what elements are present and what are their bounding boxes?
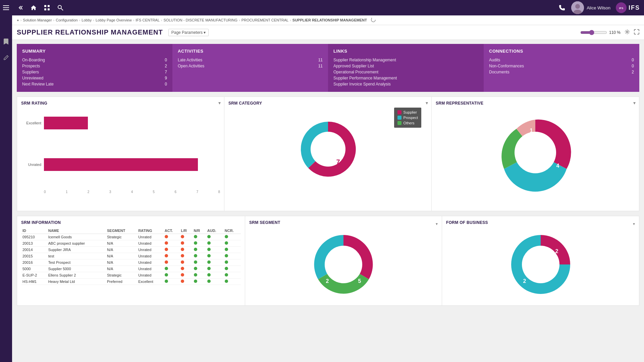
breadcrumb-lobby-overview[interactable]: Lobby Page Overview [96, 18, 132, 22]
nav-phone-icon[interactable] [558, 4, 566, 12]
srm-segment-donut: 2 5 2 [249, 228, 438, 301]
srm-category-expand[interactable]: ▾ [426, 100, 428, 106]
status-dot [181, 254, 184, 257]
connections-audits[interactable]: Audits 0 [489, 57, 634, 63]
breadcrumb-solution[interactable]: SOLUTION - DISCRETE MANUFACTURING [163, 18, 237, 22]
summary-onboarding[interactable]: On-Boarding 0 [22, 57, 167, 63]
activities-late[interactable]: Late Activities 11 [178, 57, 323, 63]
svg-rect-2 [3, 9, 9, 10]
donut-hole [311, 132, 345, 167]
table-row[interactable]: E-SUP-2Ellens Supplier 2StrategicUnrated [21, 272, 241, 279]
cards-row: SUMMARY On-Boarding 0 Prospects 2 Suppli… [17, 44, 639, 92]
summary-next-review[interactable]: Next Review Late 0 [22, 81, 167, 87]
seg-label-2-blue: 2 [342, 246, 345, 251]
seg-label-2-green: 2 [326, 278, 329, 284]
rep-label-1-pink: 1 [548, 141, 551, 147]
bar-chart: Excellent Unrated [21, 109, 220, 179]
nav-home-icon[interactable] [30, 4, 38, 12]
srm-category-panel: SRM CATEGORY ▾ Supplier Prospect Others [224, 97, 432, 211]
legend-others: Others [397, 120, 418, 126]
status-dot [194, 260, 197, 264]
status-dot [165, 273, 168, 277]
link-performance[interactable]: Supplier Performance Management [333, 75, 478, 81]
breadcrumb-sep1: › [20, 18, 22, 22]
breadcrumb-solution-manager[interactable]: Solution Manager [23, 18, 52, 22]
status-dot [194, 267, 197, 270]
table-row[interactable]: 5000Supplier 5000N/AUnrated [21, 266, 241, 272]
legend-prospect-label: Prospect [404, 116, 418, 120]
avatar [571, 1, 584, 14]
legend-others-dot [397, 121, 401, 125]
rep-label-3: 3 [517, 158, 520, 164]
expand-icon-button[interactable] [634, 29, 639, 36]
sidebar-collapse-icon[interactable] [0, 0, 12, 15]
connections-nonconf[interactable]: Non-Conformances 0 [489, 63, 634, 69]
sidebar-bookmark-icon[interactable] [0, 36, 12, 48]
links-title: LINKS [333, 49, 478, 54]
summary-unreviewed[interactable]: Unreviewed 9 [22, 75, 167, 81]
srm-rating-expand[interactable]: ▾ [218, 100, 221, 106]
svg-rect-6 [48, 8, 50, 10]
link-approved[interactable]: Approved Supplier List [333, 63, 478, 69]
legend-popup: Supplier Prospect Others [394, 108, 421, 128]
status-dot [225, 248, 228, 251]
page-params-button[interactable]: Page Parameters ▾ [168, 29, 209, 36]
status-dot [165, 248, 168, 251]
settings-icon-button[interactable] [625, 29, 630, 36]
activities-card: ACTIVITIES Late Activities 11 Open Activ… [172, 44, 328, 92]
fob-label-2-blue: 2 [523, 278, 526, 284]
table-row[interactable]: 095210Icemell GoodsStrategicUnrated [21, 234, 241, 240]
table-row[interactable]: 20016Test ProspectN/AUnrated [21, 259, 241, 266]
status-dot [207, 267, 211, 270]
breadcrumb-srm: SUPPLIER RELATIONSHIP MANAGEMENT [292, 18, 367, 22]
status-dot [225, 260, 228, 264]
status-dot [165, 254, 168, 257]
link-srm[interactable]: Supplier Relationship Management [333, 57, 478, 63]
svg-point-7 [58, 5, 61, 9]
summary-suppliers[interactable]: Suppliers 7 [22, 69, 167, 75]
bottom-row: SRM INFORMATION ID NAME SEGMENT RATING A… [17, 216, 639, 306]
col-lr: L/R [179, 228, 192, 234]
col-aud: AUD. [206, 228, 223, 234]
status-dot [165, 280, 168, 283]
table-row[interactable]: 20015testN/AUnrated [21, 253, 241, 259]
breadcrumb-procurement[interactable]: PROCUREMENT CENTRAL [241, 18, 288, 22]
form-of-business-expand[interactable]: ▾ [633, 222, 635, 226]
svg-rect-1 [3, 7, 9, 8]
bar-row-excellent: Excellent [21, 115, 220, 131]
link-invoice[interactable]: Supplier Invoice Spend Analysis [333, 81, 478, 87]
table-row[interactable]: 20013ABC prospect supplierN/AUnrated [21, 240, 241, 247]
srm-representative-title: SRM REPRESENTATIVE [436, 101, 635, 106]
zoom-slider[interactable] [580, 30, 607, 35]
status-dot [207, 273, 211, 277]
summary-prospects[interactable]: Prospects 2 [22, 63, 167, 69]
links-card: LINKS Supplier Relationship Management A… [328, 44, 484, 92]
breadcrumb-lobby[interactable]: Lobby [82, 18, 92, 22]
bar-row-unrated: Unrated [21, 157, 220, 173]
status-dot [194, 235, 197, 238]
nav-grid-icon[interactable] [43, 4, 51, 12]
status-dot [194, 241, 197, 245]
sidebar-edit-icon[interactable] [0, 52, 12, 64]
srm-representative-expand[interactable]: ▾ [633, 100, 636, 106]
nav-chevron-icon[interactable] [16, 4, 24, 12]
bar-axis: 0 1 2 3 4 5 6 7 8 [44, 189, 220, 194]
table-row[interactable]: 20014Supplier JIRAN/AUnrated [21, 247, 241, 253]
activities-open[interactable]: Open Activities 11 [178, 63, 323, 69]
nav-search-icon[interactable] [56, 4, 64, 12]
connections-documents[interactable]: Documents 2 [489, 69, 634, 75]
srm-rating-panel: SRM RATING ▾ Excellent Unrated [17, 97, 224, 211]
breadcrumb-ifs-central[interactable]: IFS CENTRAL [136, 18, 160, 22]
status-dot [225, 280, 228, 283]
refresh-icon[interactable] [371, 17, 376, 23]
user-name: Alice Wilson [587, 5, 610, 10]
table-row[interactable]: HS-HM1Heavy Metal LtdPreferredExcellent [21, 279, 241, 285]
legend-prospect: Prospect [397, 115, 418, 120]
srm-segment-expand[interactable]: ▾ [436, 222, 438, 226]
status-dot [181, 248, 184, 251]
link-operational[interactable]: Operational Procurement [333, 69, 478, 75]
bar-unrated [44, 158, 198, 171]
user-area[interactable]: Alice Wilson [571, 1, 610, 14]
srm-representative-donut: 1 1 3 4 [436, 109, 635, 196]
breadcrumb-configuration[interactable]: Configuration [56, 18, 77, 22]
